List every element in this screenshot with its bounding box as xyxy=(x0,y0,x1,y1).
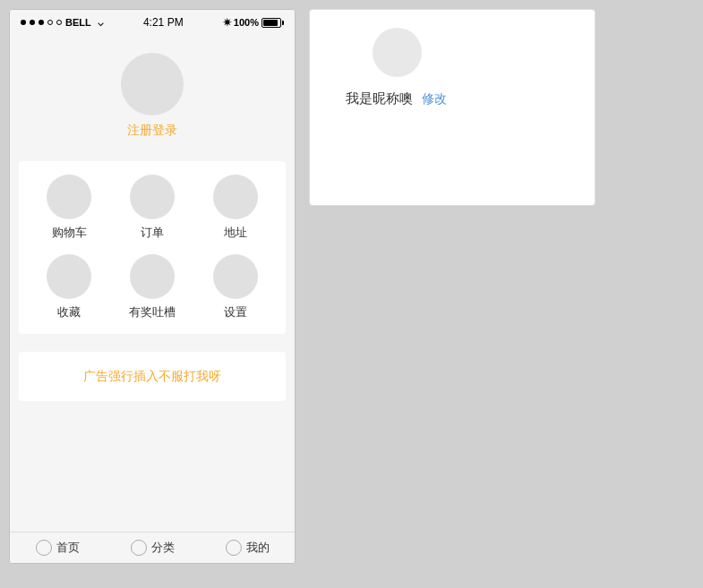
tab-home-label: 首页 xyxy=(56,540,80,556)
signal-dot-1 xyxy=(21,20,26,25)
tab-category-icon xyxy=(131,540,147,556)
card-nickname: 我是昵称噢 xyxy=(346,90,413,107)
tab-home[interactable]: 首页 xyxy=(36,540,80,556)
feedback-icon-circle xyxy=(130,254,175,299)
card-avatar xyxy=(373,28,422,77)
signal-dot-5 xyxy=(56,20,62,25)
profile-label[interactable]: 注册登录 xyxy=(127,123,177,139)
signal-dot-4 xyxy=(47,20,53,25)
menu-item-label-favorite: 收藏 xyxy=(57,304,81,320)
menu-item-order[interactable]: 订单 xyxy=(111,175,194,241)
battery-fill xyxy=(263,20,278,26)
address-icon-circle xyxy=(213,175,258,219)
favorite-icon-circle xyxy=(47,254,91,299)
menu-grid: 购物车 订单 地址 收藏 有奖吐槽 xyxy=(28,175,277,320)
battery-percentage: 100% xyxy=(234,17,259,28)
card-info-row: 我是昵称噢 修改 xyxy=(346,90,447,107)
phone-mockup: BELL ⌵ 4:21 PM ✷ 100% 注册登录 xyxy=(9,9,296,564)
signal-dot-2 xyxy=(30,20,35,25)
tab-mine[interactable]: 我的 xyxy=(226,540,270,556)
profile-section: 注册登录 xyxy=(10,35,295,152)
ad-banner: 广告强行插入不服打我呀 xyxy=(19,352,286,401)
bluetooth-icon: ✷ xyxy=(223,17,231,29)
cart-icon-circle xyxy=(47,175,91,219)
signal-dot-3 xyxy=(39,20,44,25)
menu-grid-section: 购物车 订单 地址 收藏 有奖吐槽 xyxy=(19,161,286,334)
settings-icon-circle xyxy=(213,254,258,299)
menu-item-label-cart: 购物车 xyxy=(52,225,87,241)
menu-item-label-order: 订单 xyxy=(141,225,164,241)
battery-body xyxy=(261,18,281,28)
menu-item-settings[interactable]: 设置 xyxy=(193,254,277,320)
tab-bar: 首页 分类 我的 xyxy=(10,532,295,563)
tab-mine-icon xyxy=(226,540,242,556)
menu-item-feedback[interactable]: 有奖吐槽 xyxy=(111,254,194,320)
menu-item-favorite[interactable]: 收藏 xyxy=(28,254,111,320)
tab-category[interactable]: 分类 xyxy=(131,540,175,556)
menu-item-label-settings: 设置 xyxy=(224,304,247,320)
time-display: 4:21 PM xyxy=(143,16,184,29)
menu-item-address[interactable]: 地址 xyxy=(193,175,277,241)
tab-mine-label: 我的 xyxy=(246,540,270,556)
wifi-icon: ⌵ xyxy=(98,17,104,29)
menu-item-label-feedback: 有奖吐槽 xyxy=(129,304,176,320)
card-panel: 我是昵称噢 修改 xyxy=(309,9,596,206)
order-icon-circle xyxy=(130,175,175,219)
menu-item-cart[interactable]: 购物车 xyxy=(28,175,111,241)
status-bar: BELL ⌵ 4:21 PM ✷ 100% xyxy=(10,10,295,35)
avatar[interactable] xyxy=(121,53,184,115)
carrier-label: BELL xyxy=(65,17,91,28)
battery-tip xyxy=(282,21,284,25)
tab-home-icon xyxy=(36,540,52,556)
battery-icon xyxy=(261,18,284,28)
tab-category-label: 分类 xyxy=(151,540,175,556)
card-edit-link[interactable]: 修改 xyxy=(422,91,447,107)
phone-content: 注册登录 购物车 订单 地址 收藏 xyxy=(10,35,295,563)
menu-item-label-address: 地址 xyxy=(224,225,247,241)
status-right: ✷ 100% xyxy=(223,17,284,29)
status-left: BELL ⌵ xyxy=(21,17,104,29)
ad-text: 广告强行插入不服打我呀 xyxy=(83,369,221,383)
